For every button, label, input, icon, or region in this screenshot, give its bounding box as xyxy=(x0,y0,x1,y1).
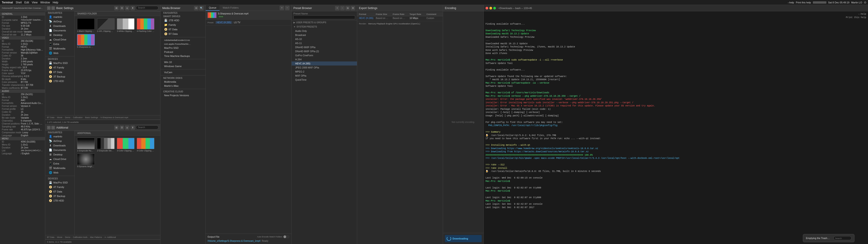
sidebar-item-1tb-hdd-2[interactable]: 📀 1TB HDD xyxy=(46,199,73,203)
media-item-itunes[interactable]: com.apple.iTunes/Machin… xyxy=(161,42,205,46)
preset-broadcast[interactable]: Broadcast xyxy=(291,33,357,37)
forward-button-2[interactable]: › xyxy=(51,126,55,129)
preset-as11[interactable]: AS-11 xyxy=(291,41,357,45)
media-item-win10[interactable]: Win 10 xyxy=(161,60,205,64)
preset-add-button[interactable]: + xyxy=(335,6,340,10)
thumb-item-3[interactable]: 3-White Clipping.mp4 xyxy=(117,18,135,32)
sidebar-item-6t-data-2[interactable]: 📀 6T Data xyxy=(46,189,73,194)
app-menu-edit[interactable]: Edit xyxy=(24,1,29,4)
sidebar-item-extra-2[interactable]: 📱 Extra xyxy=(46,161,73,166)
sidebar-item-4t-family-2[interactable]: 📀 4T Family xyxy=(46,185,73,189)
sidebar-item-web-2[interactable]: 🌐 Web xyxy=(46,170,73,175)
media-item-martins-imac[interactable]: Martin's iMac xyxy=(161,84,205,88)
app-menu-window[interactable]: Window xyxy=(40,1,50,4)
preset-jpeg2000[interactable]: JPEG 2000 MXF OPta xyxy=(291,65,357,69)
media-item-multimedia[interactable]: Multimedia xyxy=(161,80,205,84)
forward-button[interactable]: › xyxy=(51,6,55,10)
sidebar-item-1tb-hdd[interactable]: 📀 1TB HDD xyxy=(46,79,73,83)
queue-remove-button[interactable]: − xyxy=(285,6,289,10)
sidebar-item-macpro-ssd[interactable]: 💾 MacPro SSD xyxy=(46,61,73,65)
preset-as10[interactable]: AS-10 xyxy=(291,37,357,41)
sidebar-item-airdrop[interactable]: 📡 AirDrop xyxy=(46,19,73,24)
sidebar-item-documents-2[interactable]: 📄 Documents xyxy=(46,148,73,152)
preset-mpeg2[interactable]: MPEG-2 xyxy=(291,69,357,74)
preset-h264[interactable]: H.264 xyxy=(291,57,357,61)
media-item-bt-data[interactable]: 📀 BT Data xyxy=(161,32,205,36)
media-item-adobe[interactable]: AdobeMediaEncoder13.mc xyxy=(161,38,205,42)
app-menu-view[interactable]: View xyxy=(32,1,38,4)
sidebar-item-3t-backup[interactable]: 📀 3T Backup xyxy=(46,74,73,79)
minimize-window-button[interactable] xyxy=(489,7,492,9)
media-item-vucam[interactable]: VuCam xyxy=(161,70,205,74)
media-item-6t-data[interactable]: 📀 6T Data xyxy=(161,27,205,32)
menubar-power-icon[interactable]: ⏻ xyxy=(864,1,866,4)
sidebar-item-4t-family[interactable]: 📀 4T Family xyxy=(46,65,73,70)
fullscreen-window-button[interactable] xyxy=(493,7,496,9)
thumb-item-5[interactable]: 5-Sharpness & Overscani.mp4 xyxy=(77,34,95,48)
sidebar-item-extra[interactable]: 📱 Extra xyxy=(46,42,73,46)
sidebar-item-3t-backup-2[interactable]: 📀 3T Backup xyxy=(46,194,73,199)
share-button-2[interactable]: ⬆ xyxy=(130,125,135,130)
sidebar-item-desktop-2[interactable]: 🖥 Desktop xyxy=(46,152,73,157)
filter-button[interactable]: ⊟ xyxy=(194,6,198,10)
column-view-button[interactable]: ⫼ xyxy=(125,6,129,10)
tab-watch-folders[interactable]: Watch Folders xyxy=(219,5,242,11)
app-menu-terminal[interactable]: Terminal xyxy=(2,1,13,4)
media-item-time-machine[interactable]: Time Machine Backups xyxy=(161,54,205,58)
thumb-item-2[interactable]: 2-APL Clipping.mp4 xyxy=(97,18,115,32)
preset-hevc[interactable]: HEVC (H.265) xyxy=(291,61,357,65)
sidebar-item-martinlo[interactable]: 👤 martinlo xyxy=(46,15,73,19)
sidebar-item-cloud-drive-2[interactable]: ☁ Cloud Drive xyxy=(46,157,73,161)
preset-gopro[interactable]: GoPro CineForm xyxy=(291,53,357,57)
search-input-2[interactable] xyxy=(136,125,158,129)
grid-view-button-2[interactable]: ⊞ xyxy=(114,125,119,130)
thumb-item-4[interactable]: 4-Flashing Color Bars.mp4 xyxy=(136,18,155,32)
sidebar-item-cloud-drive[interactable]: ☁ Cloud Drive xyxy=(46,37,73,42)
tooltip-search-input[interactable] xyxy=(833,236,851,240)
search-button[interactable]: 🔍 xyxy=(199,6,204,10)
thumb-item-gs4[interactable]: 4-Color Clipping.mp4 xyxy=(136,138,155,152)
media-item-macpro-ssd[interactable]: MacPro SSD xyxy=(161,46,205,50)
thumb-item-gsdyn[interactable]: 5-Dynamic Brightness.mp4 xyxy=(77,154,95,167)
search-input[interactable] xyxy=(136,6,158,10)
preset-quicktime[interactable]: QuickTime xyxy=(291,78,357,82)
list-view-button[interactable]: ☰ xyxy=(120,6,124,10)
sidebar-item-documents[interactable]: 📄 Documents xyxy=(46,28,73,33)
app-menu-help[interactable]: Help xyxy=(53,1,58,4)
sidebar-item-web[interactable]: 🌐 Web xyxy=(46,51,73,55)
list-view-button-2[interactable]: ☰ xyxy=(120,125,124,130)
preset-mxf[interactable]: MXF OPta xyxy=(291,74,357,78)
output-path[interactable]: /Volume_s/Settings/S-Sharpness & Oversca… xyxy=(208,240,260,242)
sidebar-item-multimedia-2[interactable]: 🎬 Multimedia xyxy=(46,166,73,170)
sidebar-item-airdrop-2[interactable]: 📡 AirDrop xyxy=(46,139,73,143)
preset-duplicate-button[interactable]: ⧉ xyxy=(345,6,350,10)
preset-name-input[interactable] xyxy=(293,16,355,19)
tab-queue[interactable]: Queue xyxy=(206,5,219,11)
media-item-podcast[interactable]: Podcast xyxy=(161,50,205,54)
queue-add-button[interactable]: + xyxy=(280,6,284,10)
close-window-button[interactable] xyxy=(486,7,488,9)
preset-remove-button[interactable]: − xyxy=(340,6,345,10)
sidebar-item-desktop[interactable]: 🖥 Desktop xyxy=(46,33,73,37)
thumb-item-gs2[interactable]: 2-Grayscale Steps.mp4 xyxy=(97,138,115,152)
sidebar-item-downloads-2[interactable]: ⬇ Downloads xyxy=(46,143,73,148)
preset-settings-button[interactable]: ⚙ xyxy=(350,6,355,10)
thumb-item-1[interactable]: 1-Black Clipping.mp4 xyxy=(77,18,95,32)
preset-audio-only[interactable]: Audio Only xyxy=(291,29,357,33)
app-menu-shell[interactable]: Shell xyxy=(16,1,22,4)
sidebar-item-multimedia[interactable]: 🎬 Multimedia xyxy=(46,46,73,51)
auto-encode-toggle[interactable] xyxy=(283,235,289,238)
terminal-content[interactable]: --help Print this help Finding available… xyxy=(484,11,868,244)
sidebar-item-downloads[interactable]: ⬇ Downloads xyxy=(46,24,73,28)
sidebar-item-macpro-ssd-2[interactable]: 💾 MacPro SSD xyxy=(46,180,73,185)
column-view-button-2[interactable]: ⫼ xyxy=(125,125,129,130)
thumb-item-gs1[interactable]: 1-Grayscale Ramp.mp4 xyxy=(77,138,95,152)
media-item-new-projects[interactable]: New Projects Versions xyxy=(161,93,205,97)
preset-dnxhd1[interactable]: DNxHD 660F OPta xyxy=(291,45,357,49)
back-button[interactable]: ‹ xyxy=(47,6,51,10)
sidebar-item-martinlo-2[interactable]: 👤 martinlo xyxy=(46,134,73,139)
preset-dnxhd2[interactable]: DNxHD 660F OPta (2) xyxy=(291,49,357,53)
share-button[interactable]: ⬆ xyxy=(130,6,135,10)
thumb-item-gs3[interactable]: 3-Color Clipping.mp4 xyxy=(117,138,135,152)
back-button-2[interactable]: ‹ xyxy=(47,126,51,129)
